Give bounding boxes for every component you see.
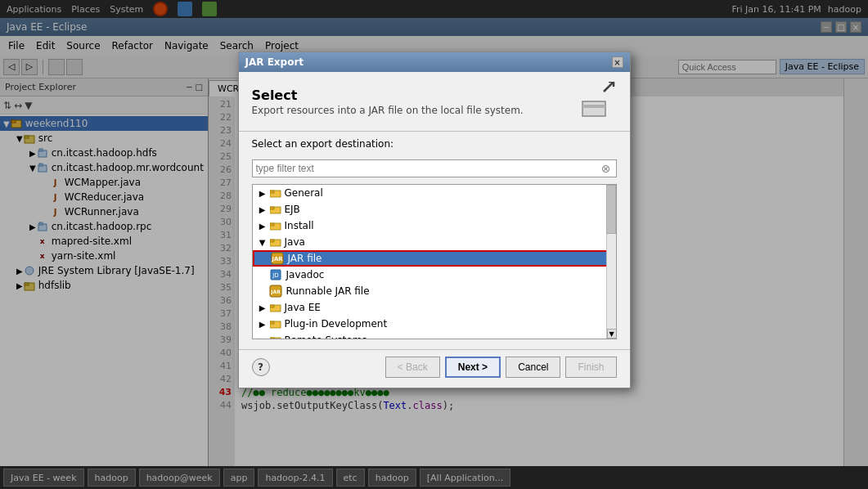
back-button[interactable]: < Back bbox=[385, 357, 440, 378]
svg-rect-31 bbox=[270, 305, 274, 307]
tree-item-install[interactable]: ▶ Install bbox=[253, 218, 616, 234]
export-tree: ▶ General ▶ EJB bbox=[253, 185, 616, 339]
tree-item-runnable-jar[interactable]: JAR Runnable JAR file bbox=[253, 283, 616, 299]
tree-item-jar-file[interactable]: JAR JAR file bbox=[253, 250, 616, 267]
svg-rect-14 bbox=[582, 105, 605, 108]
tree-item-label: Java EE bbox=[285, 302, 321, 313]
folder-icon-ejb bbox=[269, 203, 282, 216]
tree-item-label: Javadoc bbox=[286, 269, 325, 280]
tree-item-remote[interactable]: ▶ Remote Systems bbox=[253, 332, 616, 339]
tree-item-label: General bbox=[285, 187, 323, 199]
expand-arrow-plugin: ▶ bbox=[256, 317, 269, 330]
svg-rect-23 bbox=[270, 240, 274, 242]
cancel-button[interactable]: Cancel bbox=[506, 357, 560, 378]
tree-item-label: JAR file bbox=[288, 253, 322, 264]
help-button[interactable]: ? bbox=[252, 358, 270, 376]
tree-item-java[interactable]: ▼ Java bbox=[253, 234, 616, 250]
dialog-body: Select Export resources into a JAR file … bbox=[239, 72, 630, 349]
svg-text:JD: JD bbox=[272, 272, 278, 279]
scroll-down-btn[interactable]: ▼ bbox=[607, 329, 617, 339]
dialog-footer-buttons: < Back Next > Cancel Finish bbox=[385, 357, 617, 378]
dialog-destination-label: Select an export destination: bbox=[252, 138, 617, 150]
folder-icon-java-ee bbox=[269, 301, 282, 314]
svg-rect-35 bbox=[270, 338, 274, 339]
tree-scrollbar-thumb[interactable] bbox=[606, 185, 616, 234]
dialog-header: Select Export resources into a JAR file … bbox=[252, 82, 617, 121]
next-button[interactable]: Next > bbox=[445, 357, 501, 378]
folder-icon-plugin bbox=[269, 317, 282, 330]
svg-rect-13 bbox=[582, 101, 605, 116]
modal-overlay: JAR Export × Select Export resources int… bbox=[0, 0, 868, 489]
filter-clear-button[interactable]: ⊗ bbox=[600, 162, 613, 175]
tree-item-label: Install bbox=[285, 220, 314, 231]
dialog-divider bbox=[239, 131, 630, 132]
export-tree-container: ▶ General ▶ EJB bbox=[252, 184, 617, 339]
jar-export-dialog: JAR Export × Select Export resources int… bbox=[238, 52, 631, 388]
finish-button[interactable]: Finish bbox=[565, 357, 616, 378]
tree-item-label: Remote Systems bbox=[285, 334, 367, 339]
expand-arrow-java: ▼ bbox=[256, 236, 269, 249]
dialog-section-title: Select bbox=[252, 87, 568, 103]
svg-rect-17 bbox=[270, 191, 274, 193]
folder-icon-general bbox=[269, 186, 282, 200]
tree-scrollbar[interactable]: ▼ bbox=[606, 185, 616, 339]
javadoc-icon: JD bbox=[269, 268, 282, 281]
tree-item-label: Runnable JAR file bbox=[286, 285, 370, 297]
tree-item-label: Java bbox=[285, 236, 305, 248]
folder-icon-install bbox=[269, 219, 282, 232]
dialog-titlebar: JAR Export × bbox=[239, 52, 630, 72]
tree-item-label: Plug-in Development bbox=[285, 318, 388, 330]
expand-arrow-java-ee: ▶ bbox=[256, 301, 269, 314]
expand-arrow-remote: ▶ bbox=[256, 334, 269, 339]
dialog-title: JAR Export bbox=[245, 56, 304, 68]
svg-rect-21 bbox=[270, 223, 274, 226]
dialog-header-icon bbox=[578, 82, 617, 121]
svg-text:JAR: JAR bbox=[271, 256, 283, 262]
folder-icon-java bbox=[269, 236, 282, 249]
svg-rect-19 bbox=[270, 207, 274, 209]
dialog-close-button[interactable]: × bbox=[612, 56, 623, 68]
tree-item-plugin[interactable]: ▶ Plug-in Development bbox=[253, 316, 616, 332]
jar-file-icon: JAR bbox=[271, 252, 284, 265]
filter-row: ⊗ bbox=[252, 159, 617, 177]
tree-item-general[interactable]: ▶ General bbox=[253, 185, 616, 201]
desktop: Applications Places System Fri Jan 16, 1… bbox=[0, 0, 868, 489]
expand-arrow-general: ▶ bbox=[256, 186, 269, 200]
tree-item-javadoc[interactable]: JD Javadoc bbox=[253, 267, 616, 283]
filter-input[interactable] bbox=[256, 163, 600, 174]
svg-text:JAR: JAR bbox=[270, 289, 281, 295]
expand-arrow-install: ▶ bbox=[256, 219, 269, 232]
dialog-footer: ? < Back Next > Cancel Finish bbox=[239, 349, 630, 388]
dialog-titlebar-buttons: × bbox=[612, 56, 623, 68]
svg-line-15 bbox=[604, 82, 614, 92]
runnable-jar-icon: JAR bbox=[269, 285, 282, 298]
svg-rect-33 bbox=[270, 321, 274, 324]
tree-item-java-ee[interactable]: ▶ Java EE bbox=[253, 299, 616, 316]
folder-icon-remote bbox=[269, 334, 282, 339]
tree-item-ejb[interactable]: ▶ EJB bbox=[253, 201, 616, 218]
tree-item-label: EJB bbox=[285, 204, 300, 215]
expand-arrow-ejb: ▶ bbox=[256, 203, 269, 216]
dialog-section-subtitle: Export resources into a JAR file on the … bbox=[252, 105, 568, 116]
